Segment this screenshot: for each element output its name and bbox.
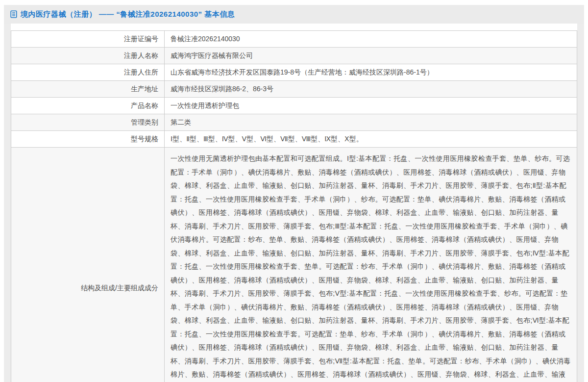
table-row-product-name: 产品名称 一次性使用透析护理包 [11,98,577,114]
row-label: 管理类别 [11,114,165,131]
registration-info-table: 注册证编号 鲁械注准20262140030 注册人名称 威海鸿宇医疗器械有限公司… [11,30,577,382]
table-row-structure-composition: 结构及组成/主要组成成分 一次性使用无菌透析护理包由基本配置和可选配置组成。Ⅰ型… [11,148,577,382]
page-panel: 境内医疗器械（注册） —— “鲁械注准20262140030” 基本信息 注册证… [4,5,584,382]
table-row-registrant-address: 注册人住所 山东省威海市经济技术开发区国泰路19-8号（生产经营地：威海经技区深… [11,64,577,81]
row-value: 第二类 [165,114,577,131]
row-value: 山东省威海市经济技术开发区国泰路19-8号（生产经营地：威海经技区深圳路-86-… [165,64,577,81]
row-label: 注册人名称 [11,48,165,64]
row-label: 注册证编号 [11,31,165,48]
document-icon [10,10,18,18]
row-label: 生产地址 [11,81,165,98]
table-row-management-category: 管理类别 第二类 [11,114,577,131]
content-area: 注册证编号 鲁械注准20262140030 注册人名称 威海鸿宇医疗器械有限公司… [11,24,577,382]
table-row-registration-number: 注册证编号 鲁械注准20262140030 [11,31,577,48]
table-row-production-address: 生产地址 威海市经技区深圳路86-2、86-3号 [11,81,577,98]
table-row-registrant-name: 注册人名称 威海鸿宇医疗器械有限公司 [11,48,577,64]
row-label: 注册人住所 [11,64,165,81]
title-bar: 境内医疗器械（注册） —— “鲁械注准20262140030” 基本信息 [4,5,584,24]
page-title: 境内医疗器械（注册） —— “鲁械注准20262140030” 基本信息 [21,10,235,19]
row-value: 威海市经技区深圳路86-2、86-3号 [165,81,577,98]
row-value: 鲁械注准20262140030 [165,31,577,48]
row-value: 一次性使用透析护理包 [165,98,577,114]
row-value: Ⅰ型、Ⅱ型、Ⅲ型、Ⅳ型、Ⅴ型、Ⅵ型、Ⅶ型、Ⅷ型、Ⅸ型、Ⅹ型。 [165,131,577,148]
row-label: 型号规格 [11,131,165,148]
row-value: 威海鸿宇医疗器械有限公司 [165,48,577,64]
row-label: 产品名称 [11,98,165,114]
table-row-model-spec: 型号规格 Ⅰ型、Ⅱ型、Ⅲ型、Ⅳ型、Ⅴ型、Ⅵ型、Ⅶ型、Ⅷ型、Ⅸ型、Ⅹ型。 [11,131,577,148]
row-label: 结构及组成/主要组成成分 [11,148,165,382]
row-value: 一次性使用无菌透析护理包由基本配置和可选配置组成。Ⅰ型:基本配置：托盘、一次性使… [165,148,577,382]
